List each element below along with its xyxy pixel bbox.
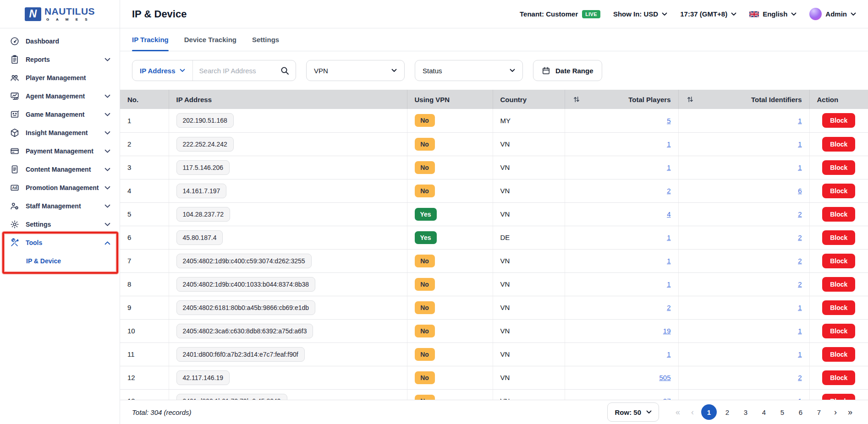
cell-total-players: 1 (565, 132, 678, 156)
reports-icon (9, 54, 20, 65)
block-button[interactable]: Block (822, 184, 855, 198)
sort-icon[interactable] (686, 95, 694, 103)
currency-dropdown[interactable]: Show In: USD (613, 10, 667, 18)
status-filter-select[interactable]: Status (415, 60, 523, 81)
chevron-down-icon (104, 113, 110, 117)
sidebar-item-payment-management[interactable]: Payment Management (0, 142, 120, 160)
search-icon[interactable] (274, 66, 296, 75)
block-button[interactable]: Block (822, 324, 855, 338)
total-players-link[interactable]: 5 (667, 117, 670, 125)
total-players-link[interactable]: 1 (667, 163, 670, 171)
cell-total-identifiers: 1 (678, 156, 809, 179)
total-identifiers-link[interactable]: 1 (798, 117, 802, 125)
page-button-5[interactable]: 5 (775, 404, 790, 420)
cell-action: Block (809, 179, 868, 202)
block-button[interactable]: Block (822, 137, 855, 152)
cell-total-players: 2 (565, 296, 678, 319)
total-identifiers-link[interactable]: 2 (798, 280, 802, 288)
cell-total-players: 1 (565, 272, 678, 296)
cell-country: VN (493, 342, 565, 366)
total-identifiers-link[interactable]: 1 (798, 327, 802, 335)
date-range-button[interactable]: Date Range (533, 60, 602, 81)
page-button-3[interactable]: 3 (738, 404, 753, 420)
last-page-button[interactable]: » (844, 404, 856, 420)
page-button-7[interactable]: 7 (811, 404, 827, 420)
cell-country: VN (493, 156, 565, 179)
block-button[interactable]: Block (822, 113, 855, 128)
block-button[interactable]: Block (822, 370, 855, 385)
previous-page-button[interactable]: ‹ (687, 404, 698, 420)
total-players-link[interactable]: 4 (667, 210, 670, 218)
total-players-link[interactable]: 1 (667, 350, 670, 358)
total-identifiers-link[interactable]: 2 (798, 374, 802, 381)
block-button[interactable]: Block (822, 300, 855, 315)
total-identifiers-link[interactable]: 1 (798, 350, 802, 358)
vpn-filter-label: VPN (314, 67, 328, 75)
block-button[interactable]: Block (822, 277, 855, 292)
sidebar-item-settings[interactable]: Settings (0, 215, 120, 234)
sidebar-subitem-ip-device[interactable]: IP & Device (0, 252, 120, 270)
cell-total-players: 19 (565, 319, 678, 342)
page-button-1[interactable]: 1 (701, 404, 717, 420)
uk-flag-icon (749, 11, 759, 17)
next-page-button[interactable]: › (830, 404, 841, 420)
sidebar-item-content-management[interactable]: Content Management (0, 160, 120, 179)
total-players-link[interactable]: 1 (667, 257, 670, 265)
block-button[interactable]: Block (822, 230, 855, 245)
total-identifiers-link[interactable]: 1 (798, 163, 802, 171)
sidebar-item-dashboard[interactable]: Dashboard (0, 32, 120, 50)
sidebar-item-tools[interactable]: Tools (0, 234, 120, 252)
agent-icon (9, 91, 20, 102)
total-players-link[interactable]: 2 (667, 304, 670, 311)
search-type-label: IP Address (140, 67, 176, 75)
total-players-link[interactable]: 1 (667, 280, 670, 288)
page-button-4[interactable]: 4 (756, 404, 772, 420)
rows-per-page-select[interactable]: Row: 50 (607, 402, 659, 422)
sidebar-item-staff-management[interactable]: Staff Management (0, 197, 120, 215)
sort-icon[interactable] (572, 95, 581, 103)
dashboard-icon (9, 36, 20, 47)
page-button-2[interactable]: 2 (720, 404, 735, 420)
chevron-down-icon (646, 410, 652, 414)
cell-no: 1 (120, 109, 169, 132)
block-button[interactable]: Block (822, 347, 855, 362)
total-players-link[interactable]: 2 (667, 187, 670, 195)
tab-settings[interactable]: Settings (252, 28, 279, 51)
timezone-dropdown[interactable]: 17:37 (GMT+8) (680, 10, 736, 18)
total-identifiers-link[interactable]: 1 (798, 140, 802, 148)
total-identifiers-link[interactable]: 2 (798, 234, 802, 241)
block-button[interactable]: Block (822, 207, 855, 222)
tab-device-tracking[interactable]: Device Tracking (184, 28, 236, 51)
user-menu[interactable]: Admin (809, 8, 856, 20)
content-icon (9, 164, 20, 175)
table-row: 112401:d800:f6f0:a7b2:3d14:e7c7:feaf:f90… (120, 342, 868, 366)
total-players-link[interactable]: 19 (663, 327, 671, 335)
total-identifiers-link[interactable]: 2 (798, 210, 802, 218)
total-players-link[interactable]: 505 (659, 374, 670, 381)
search-input[interactable] (193, 67, 274, 75)
sidebar-item-player-management[interactable]: Player Management (0, 69, 120, 87)
block-button[interactable]: Block (822, 394, 855, 400)
total-players-link[interactable]: 1 (667, 234, 670, 241)
total-identifiers-link[interactable]: 6 (798, 187, 802, 195)
sidebar-item-reports[interactable]: Reports (0, 50, 120, 69)
sidebar-item-agent-management[interactable]: Agent Management (0, 87, 120, 105)
total-identifiers-link[interactable]: 2 (798, 257, 802, 265)
block-button[interactable]: Block (822, 160, 855, 175)
tab-ip-tracking[interactable]: IP Tracking (132, 28, 169, 51)
search-type-dropdown[interactable]: IP Address (132, 60, 193, 81)
sidebar-item-insight-management[interactable]: Insight Management (0, 124, 120, 142)
sidebar-item-promotion-management[interactable]: AdPromotion Management (0, 179, 120, 197)
cell-vpn: No (407, 272, 493, 296)
vpn-filter-select[interactable]: VPN (306, 60, 405, 81)
header-controls: Tenant: Customer LIVE Show In: USD 17:37… (520, 8, 856, 20)
first-page-button[interactable]: « (672, 404, 684, 420)
sidebar-item-game-management[interactable]: Game Management (0, 105, 120, 124)
table-body: 1202.190.51.168NoMY51Block2222.252.24.24… (120, 109, 868, 400)
cell-total-identifiers: 1 (678, 342, 809, 366)
total-identifiers-link[interactable]: 1 (798, 304, 802, 311)
language-dropdown[interactable]: English (749, 10, 797, 18)
block-button[interactable]: Block (822, 254, 855, 268)
total-players-link[interactable]: 1 (667, 140, 670, 148)
page-button-6[interactable]: 6 (793, 404, 808, 420)
